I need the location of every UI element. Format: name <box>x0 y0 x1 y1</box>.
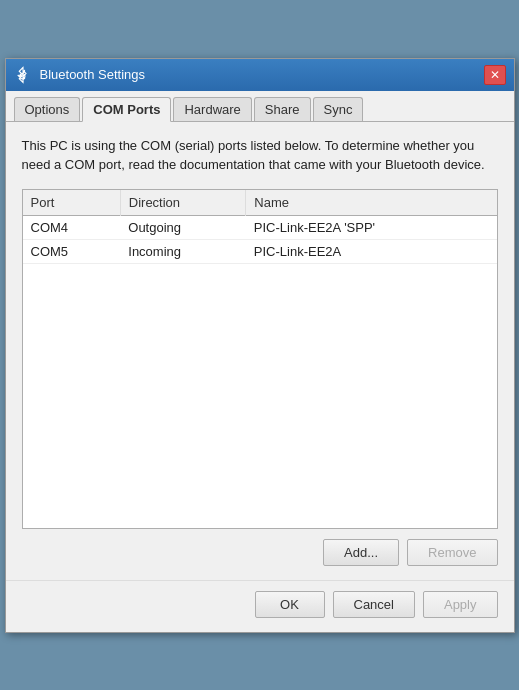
apply-button[interactable]: Apply <box>423 591 498 618</box>
title-bar: ⟲ Bluetooth Settings ✕ <box>6 59 514 91</box>
dialog-action-buttons: OK Cancel Apply <box>6 580 514 632</box>
cell-name: PIC-Link-EE2A 'SPP' <box>246 215 497 239</box>
close-button[interactable]: ✕ <box>484 65 506 85</box>
remove-button[interactable]: Remove <box>407 539 497 566</box>
table-row[interactable]: COM5IncomingPIC-Link-EE2A <box>23 239 497 263</box>
content-area: This PC is using the COM (serial) ports … <box>6 122 514 580</box>
description-text: This PC is using the COM (serial) ports … <box>22 136 498 175</box>
cancel-button[interactable]: Cancel <box>333 591 415 618</box>
tab-share[interactable]: Share <box>254 97 311 121</box>
cell-name: PIC-Link-EE2A <box>246 239 497 263</box>
tab-bar: Options COM Ports Hardware Share Sync <box>6 91 514 122</box>
svg-text:⟲: ⟲ <box>17 70 26 81</box>
table-header-row: Port Direction Name <box>23 190 497 216</box>
table-row[interactable]: COM4OutgoingPIC-Link-EE2A 'SPP' <box>23 215 497 239</box>
cell-port: COM4 <box>23 215 121 239</box>
cell-direction: Outgoing <box>120 215 246 239</box>
bluetooth-settings-dialog: ⟲ Bluetooth Settings ✕ Options COM Ports… <box>5 58 515 633</box>
title-bar-left: ⟲ Bluetooth Settings <box>14 66 146 84</box>
com-ports-table[interactable]: Port Direction Name COM4OutgoingPIC-Link… <box>22 189 498 529</box>
add-button[interactable]: Add... <box>323 539 399 566</box>
col-header-port: Port <box>23 190 121 216</box>
bluetooth-icon: ⟲ <box>14 66 32 84</box>
col-header-name: Name <box>246 190 497 216</box>
ok-button[interactable]: OK <box>255 591 325 618</box>
tab-com-ports[interactable]: COM Ports <box>82 97 171 122</box>
tab-hardware[interactable]: Hardware <box>173 97 251 121</box>
tab-sync[interactable]: Sync <box>313 97 364 121</box>
tab-options[interactable]: Options <box>14 97 81 121</box>
table-action-buttons: Add... Remove <box>22 539 498 566</box>
col-header-direction: Direction <box>120 190 246 216</box>
title-bar-title: Bluetooth Settings <box>40 67 146 82</box>
cell-direction: Incoming <box>120 239 246 263</box>
cell-port: COM5 <box>23 239 121 263</box>
